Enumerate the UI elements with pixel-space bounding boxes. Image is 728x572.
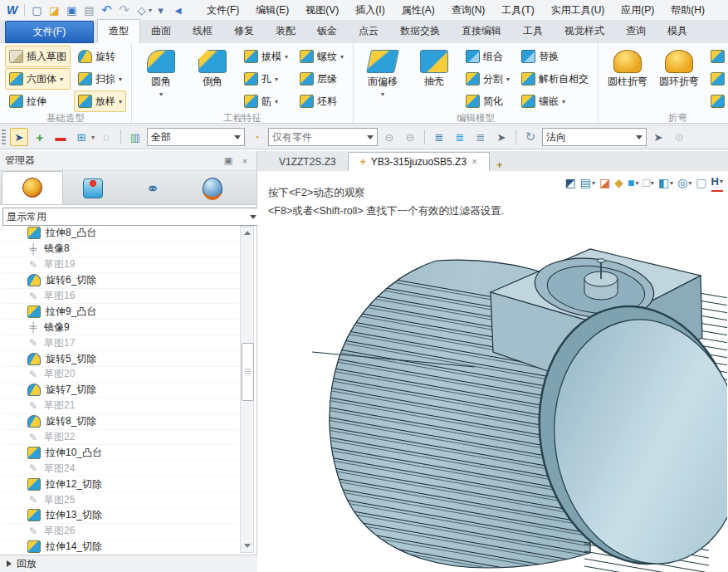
menu-item[interactable]: 文件(F) [198, 1, 247, 20]
playback-bar[interactable]: 回放 [0, 555, 257, 572]
list-pick-first-icon[interactable]: ≣ [430, 128, 448, 146]
orientation-select[interactable]: 法向 [542, 128, 647, 146]
tab-ribbon[interactable]: 直接编辑 [451, 20, 512, 43]
window-zoom-icon[interactable]: ▢ [696, 174, 706, 191]
tree-item[interactable]: ✎草图24 [2, 461, 239, 477]
ribbon-button[interactable]: 孔▾ [240, 68, 292, 90]
model-3d-view[interactable] [312, 242, 727, 572]
entity-filter-select[interactable]: 全部 [147, 128, 245, 146]
print-icon[interactable]: ▤ [81, 2, 97, 18]
ribbon-button[interactable]: 镶嵌▾ [517, 90, 593, 112]
tab-ribbon[interactable]: 钣金 [306, 20, 348, 43]
color-filter-icon[interactable]: ▥ [126, 128, 144, 146]
ribbon-button[interactable]: 分割▾ [462, 68, 514, 90]
tab-ribbon[interactable]: 查询 [615, 20, 657, 43]
tree-item[interactable]: 拉伸14_切除 [2, 540, 239, 553]
tab-ribbon[interactable]: 装配 [265, 20, 306, 43]
part-filter-select[interactable]: 仅有零件 [268, 128, 378, 146]
shaded-display-icon[interactable]: ■▾ [628, 174, 638, 191]
ribbon-button[interactable]: 圆角▾ [137, 46, 185, 112]
tree-item[interactable]: ✎草图20 [2, 367, 239, 383]
tab-ribbon[interactable]: 工具 [512, 20, 554, 43]
tab-ribbon[interactable]: 点云 [348, 20, 389, 43]
ribbon-button[interactable]: 插入草图 [5, 46, 71, 67]
tree-filter-select[interactable]: 显示常用 [2, 208, 261, 226]
panel-restore-button[interactable]: ▣ [222, 154, 235, 168]
new-file-icon[interactable]: ▢ [29, 2, 45, 18]
tree-item[interactable]: 旋转7_切除 [2, 383, 239, 398]
document-tab[interactable]: V1ZZT2S.Z3 [267, 153, 348, 171]
menu-item[interactable]: 查询(N) [443, 1, 494, 20]
redo-icon[interactable]: ↷ [116, 2, 132, 18]
tree-item[interactable]: 拉伸9_凸台 [2, 304, 239, 320]
new-tab-button[interactable]: + [490, 159, 509, 171]
view-gizmo-icon[interactable]: ◇ [134, 2, 149, 18]
tree-item[interactable]: ✎草图19 [2, 257, 239, 273]
toolbar-grip[interactable] [2, 130, 6, 144]
window-pick-icon[interactable]: ⊞ [72, 128, 90, 146]
list-pick-all-icon[interactable]: ≣ [471, 128, 490, 146]
panel-close-button[interactable]: × [238, 154, 252, 168]
file-menu-button[interactable]: 文件(F) [5, 21, 94, 43]
datum-display-icon[interactable]: ◆ [614, 174, 623, 191]
dimension-display-icon[interactable]: H▾ [711, 174, 723, 192]
tab-active[interactable]: 造型 [97, 19, 140, 43]
wireframe-display-icon[interactable]: □▾ [642, 174, 653, 191]
last-pick-icon[interactable]: ➤ [492, 128, 511, 146]
menu-item[interactable]: 编辑(E) [247, 1, 297, 20]
ribbon-button[interactable]: 筋▾ [240, 90, 292, 112]
tree-item[interactable]: 拉伸10_凸台 [2, 445, 239, 461]
menu-item[interactable]: 帮助(H) [662, 1, 713, 20]
ribbon-button[interactable]: 倒角 [188, 46, 237, 112]
graphics-viewport[interactable]: ◩▤▾◪◆■▾□▾◧▾◎▾▢H▾ 按下<F2>动态的观察 <F8>或者<Shif… [257, 171, 728, 572]
remove-pick-icon[interactable]: ▬ [51, 128, 70, 146]
ribbon-button[interactable]: 拔模▾ [240, 46, 292, 67]
reorient-icon[interactable]: ↻ [521, 128, 540, 146]
ribbon-button[interactable]: 简化 [462, 90, 514, 112]
ribbon-button[interactable]: 面偏移▾ [359, 46, 407, 112]
ribbon-button[interactable]: 锥削 [706, 68, 728, 90]
ribbon-button[interactable]: 替换 [517, 46, 593, 67]
ribbon-button[interactable]: 扫掠▾ [74, 68, 126, 90]
customize-toolbar-icon[interactable]: ▾ [153, 2, 169, 18]
tree-item[interactable]: 拉伸13_切除 [2, 508, 239, 524]
tree-item[interactable]: ✎草图25 [2, 492, 239, 508]
tab-ribbon[interactable]: 线框 [182, 20, 223, 43]
tree-item[interactable]: 旋转5_切除 [2, 351, 239, 367]
eraser-blank-icon[interactable]: ◪ [599, 174, 610, 191]
tab-ribbon[interactable]: 模具 [657, 20, 698, 43]
menu-item[interactable]: 插入(I) [347, 1, 393, 20]
tab-ribbon[interactable]: 曲面 [140, 20, 182, 43]
ribbon-button[interactable]: 扭曲 [706, 46, 728, 67]
visual-manager-tab[interactable]: ⚭ [123, 173, 183, 204]
menu-item[interactable]: 应用(P) [613, 1, 662, 20]
tree-item[interactable]: 拉伸8_凸台 [2, 226, 239, 242]
tab-ribbon[interactable]: 修复 [223, 20, 265, 43]
document-tab[interactable]: +YB3-315juzuoSB5.Z3× [348, 152, 490, 171]
save-file-icon[interactable]: ▣ [64, 2, 80, 18]
open-file-icon[interactable]: ◪ [46, 2, 62, 18]
menu-item[interactable]: 工具(T) [493, 1, 542, 20]
tree-item[interactable]: ✎草图21 [2, 398, 239, 414]
close-icon[interactable]: × [471, 156, 477, 168]
ribbon-button[interactable]: 坯料 [296, 90, 348, 112]
tree-item[interactable]: ✎草图26 [2, 524, 239, 540]
ribbon-button[interactable]: 层缘 [296, 68, 348, 90]
history-manager-tab[interactable] [2, 171, 63, 204]
tree-scrollbar[interactable] [240, 226, 254, 553]
ribbon-button[interactable]: 拉伸 [5, 90, 71, 112]
pick-filter-icon[interactable]: ➤ [10, 128, 28, 146]
tree-item[interactable]: 旋转8_切除 [2, 414, 239, 430]
tree-item[interactable]: 拉伸12_切除 [2, 477, 239, 492]
ribbon-button[interactable]: 伸展 [706, 90, 728, 112]
pick-cursor-icon[interactable]: ➤ [649, 128, 667, 146]
ribbon-button[interactable]: 圆柱折弯 [603, 46, 652, 112]
app-logo-icon[interactable]: W [4, 2, 20, 18]
lasso-pick-icon[interactable]: ◌ [97, 128, 115, 146]
add-pick-icon[interactable]: + [31, 128, 49, 146]
tree-item[interactable]: ✎草图22 [2, 430, 239, 446]
menu-item[interactable]: 实用工具(U) [543, 1, 613, 20]
ribbon-button[interactable]: 组合 [462, 46, 514, 67]
ribbon-button[interactable]: 抽壳 [410, 46, 458, 112]
tree-item[interactable]: ╪镜像9 [2, 320, 239, 335]
